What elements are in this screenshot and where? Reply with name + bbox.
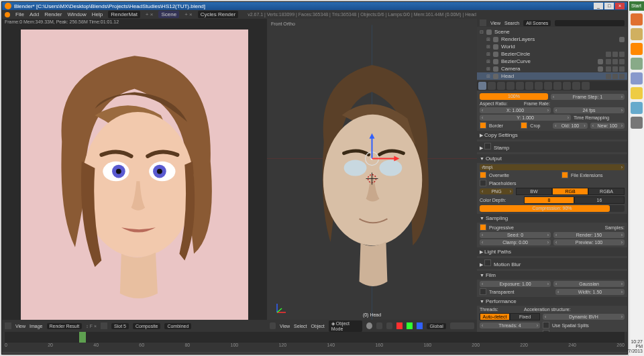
eye-icon[interactable] [606, 74, 611, 79]
film-header[interactable]: Film [477, 271, 627, 280]
menu-file[interactable]: File [15, 11, 24, 17]
engine-selector[interactable]: Cycles Render [198, 11, 238, 18]
new-field[interactable]: New: 100 [590, 123, 625, 129]
frame-step-field[interactable]: Frame Step: 1 [551, 94, 625, 100]
old-field[interactable]: Old: 100 [553, 123, 587, 129]
border-checkbox[interactable] [480, 122, 486, 129]
layout-selector[interactable]: RenderMat [108, 11, 140, 18]
outliner-item-beziercurve[interactable]: ⊞BezierCurve [477, 58, 627, 65]
placeholders-checkbox[interactable] [480, 180, 486, 186]
cursor-icon[interactable] [612, 66, 618, 72]
shading-icon[interactable] [366, 322, 372, 329]
viewport-editor-icon[interactable] [270, 322, 276, 329]
camera-icon[interactable] [619, 66, 625, 72]
menu-help[interactable]: Help [92, 11, 103, 17]
compression-slider[interactable]: Compression: 90% [480, 205, 625, 212]
tray-icon-blender[interactable] [631, 43, 643, 55]
minimize-button[interactable]: _ [594, 3, 603, 9]
cursor-icon[interactable] [612, 74, 618, 79]
eye-icon[interactable] [606, 66, 611, 72]
seed-field[interactable]: Seed: 0 [480, 232, 551, 238]
outliner-search-input[interactable] [555, 20, 625, 26]
pass-selector[interactable]: Combined [164, 323, 191, 329]
view-menu-view[interactable]: View [280, 324, 290, 329]
tray-icon-firefox[interactable] [631, 13, 643, 25]
outliner-menu-search[interactable]: Search [504, 21, 519, 25]
aspect-x-field[interactable]: X: 1.000 [480, 107, 551, 113]
timeline[interactable]: 020406080100120140160180200220240260 [2, 332, 627, 352]
overwrite-checkbox[interactable] [480, 172, 486, 178]
render-samples-field[interactable]: Render: 150 [553, 232, 625, 238]
slot-selector[interactable]: Slot 5 [111, 323, 129, 329]
outliner-item-renderlayers[interactable]: ⊞RenderLayers [477, 36, 627, 43]
outliner-editor-icon[interactable] [480, 19, 486, 26]
output-path-field[interactable]: /tmp\ [480, 164, 625, 170]
camera-icon[interactable] [619, 59, 625, 64]
maximize-button[interactable]: □ [604, 3, 614, 9]
tray-icon-folder[interactable] [631, 28, 643, 40]
resolution-pct[interactable]: 100% [480, 93, 548, 100]
filter-width-field[interactable]: Width: 1.50 [555, 289, 625, 295]
threads-auto[interactable]: Auto-detect [480, 313, 510, 320]
format-selector[interactable]: PNG [480, 188, 513, 194]
outliner-item-beziercircle[interactable]: ⊞BezierCircle [477, 50, 627, 58]
tab-render-layers[interactable] [488, 82, 496, 90]
bvh-selector[interactable]: Dynamic BVH [543, 314, 625, 320]
outliner[interactable]: ⊟Scene⊞RenderLayers⊞World⊞BezierCircle⊞B… [477, 27, 627, 81]
color-rgb[interactable]: RGB [552, 188, 588, 195]
tab-constraints[interactable] [525, 82, 533, 90]
tab-particles[interactable] [572, 82, 580, 90]
tab-material[interactable] [553, 82, 561, 90]
view-menu-object[interactable]: Object [311, 324, 325, 329]
crop-checkbox[interactable] [521, 122, 527, 129]
eye-icon[interactable] [606, 59, 611, 64]
tray-icon-aim[interactable] [631, 87, 643, 99]
spatial-checkbox[interactable] [543, 322, 549, 329]
tab-scene[interactable] [497, 82, 505, 90]
blender-logo-icon[interactable] [5, 12, 10, 17]
threads-fixed[interactable]: Fixed [510, 313, 540, 320]
stamp-header[interactable]: Stamp [477, 141, 627, 152]
pin-icon[interactable] [101, 322, 107, 329]
output-header[interactable]: Output [477, 154, 627, 163]
3d-viewport[interactable]: Front Ortho [267, 19, 477, 332]
tab-data[interactable] [544, 82, 552, 90]
mode-selector[interactable]: ◈ Object Mode [329, 320, 362, 332]
start-button[interactable]: Start [629, 1, 644, 11]
outliner-item-scene[interactable]: ⊟Scene [477, 28, 627, 36]
eye-icon[interactable] [606, 52, 611, 57]
layer-selector[interactable]: Composite [133, 323, 160, 329]
tray-icon-itunes[interactable] [631, 102, 643, 114]
outliner-item-world[interactable]: ⊞World [477, 43, 627, 50]
properties-panel[interactable]: 100% Frame Step: 1 Aspect Ratio: Frame R… [477, 91, 627, 332]
depth-8[interactable]: 8 [524, 196, 574, 204]
color-rgba[interactable]: RGBA [588, 188, 625, 195]
threads-count-field[interactable]: Threads: 4 [480, 322, 540, 329]
camera-icon[interactable] [619, 52, 625, 57]
cursor-icon[interactable] [612, 59, 618, 64]
tray-icon-app3[interactable] [631, 117, 643, 129]
render-menu-image[interactable]: Image [30, 324, 42, 329]
render-menu-view[interactable]: View [15, 324, 25, 329]
view-menu-select[interactable]: Select [294, 324, 307, 329]
lightpaths-header[interactable]: Light Paths [477, 247, 627, 256]
menu-add[interactable]: Add [30, 11, 39, 17]
color-bw[interactable]: BW [516, 188, 552, 195]
pivot-icon[interactable] [376, 322, 382, 329]
tray-icon-app2[interactable] [631, 72, 643, 84]
menu-render[interactable]: Render [44, 11, 62, 17]
tab-modifiers[interactable] [535, 82, 543, 90]
copy-settings-header[interactable]: Copy Settings [477, 131, 627, 139]
cursor-icon[interactable] [612, 52, 618, 57]
tab-texture[interactable] [563, 82, 571, 90]
filter-selector[interactable]: Gaussian [553, 281, 625, 287]
depth-16[interactable]: 16 [574, 196, 625, 204]
image-editor-icon[interactable] [5, 322, 11, 329]
aspect-y-field[interactable]: Y: 1.000 [480, 115, 571, 121]
render-image[interactable] [21, 29, 248, 320]
layers-grid[interactable] [450, 322, 474, 329]
fps-field[interactable]: 24 fps [553, 107, 625, 113]
tab-physics[interactable] [582, 82, 590, 90]
outliner-item-camera[interactable]: ⊞Camera [477, 65, 627, 72]
tab-render[interactable] [478, 82, 486, 90]
